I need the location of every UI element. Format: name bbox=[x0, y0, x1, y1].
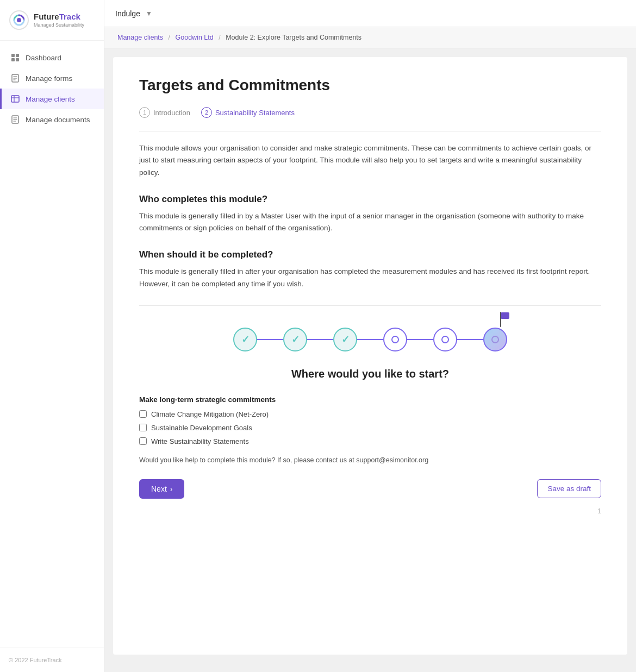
sidebar-nav: Dashboard Manage forms bbox=[0, 41, 104, 648]
checkbox-sdg[interactable] bbox=[139, 424, 147, 431]
checkbox-climate-label: Climate Change Mitigation (Net-Zero) bbox=[151, 410, 269, 418]
progress-node-3: ✓ bbox=[333, 328, 357, 351]
logo-area: FutureTrack Managed Sustainability bbox=[0, 0, 104, 41]
sidebar-item-manage-clients[interactable]: Manage clients bbox=[0, 89, 104, 109]
intro-text: This module allows your organisation to … bbox=[139, 142, 601, 179]
where-start-title: Where would you like to start? bbox=[139, 368, 601, 380]
page-title: Targets and Commitments bbox=[139, 77, 601, 94]
last-node-wrapper bbox=[483, 328, 507, 351]
check-icon-1: ✓ bbox=[241, 334, 250, 346]
track-line-2 bbox=[307, 339, 333, 341]
check-icon-3: ✓ bbox=[341, 334, 350, 346]
help-text: Would you like help to complete this mod… bbox=[139, 456, 601, 464]
section1-text: This module is generally filled in by a … bbox=[139, 210, 601, 235]
logo-title: FutureTrack bbox=[34, 12, 84, 22]
chevron-down-icon: ▼ bbox=[146, 10, 152, 17]
checkbox-item-1: Climate Change Mitigation (Net-Zero) bbox=[139, 410, 601, 418]
svg-rect-4 bbox=[11, 58, 15, 61]
table-icon bbox=[10, 94, 20, 104]
content-area: Targets and Commitments 1 Introduction 2… bbox=[113, 57, 627, 655]
breadcrumb-sep-2: / bbox=[219, 34, 220, 41]
grid-icon bbox=[10, 53, 20, 62]
empty-circle-6 bbox=[491, 336, 499, 343]
step-2[interactable]: 2 Sustainability Statements bbox=[201, 107, 295, 118]
file-icon bbox=[10, 73, 20, 83]
step-1[interactable]: 1 Introduction bbox=[139, 107, 190, 118]
step-1-num: 1 bbox=[139, 107, 150, 118]
breadcrumb-sep-1: / bbox=[169, 34, 170, 41]
sidebar-item-dashboard[interactable]: Dashboard bbox=[0, 47, 104, 68]
next-arrow-icon: › bbox=[170, 485, 173, 493]
svg-point-1 bbox=[17, 18, 21, 22]
page-number: 1 bbox=[139, 507, 601, 515]
sidebar-item-manage-documents-label: Manage documents bbox=[26, 116, 90, 124]
track-line-1 bbox=[257, 339, 283, 341]
section2-text: This module is generally filled in after… bbox=[139, 266, 601, 290]
svg-rect-2 bbox=[11, 54, 15, 57]
logo-icon bbox=[9, 10, 29, 30]
breadcrumb-current: Module 2: Explore Targets and Commitment… bbox=[226, 34, 361, 41]
breadcrumb: Manage clients / Goodwin Ltd / Module 2:… bbox=[104, 27, 636, 48]
checkbox-climate[interactable] bbox=[139, 410, 147, 418]
svg-rect-10 bbox=[11, 96, 19, 102]
checkbox-item-3: Write Sustainability Statements bbox=[139, 437, 601, 445]
steps-row: 1 Introduction 2 Sustainability Statemen… bbox=[139, 107, 601, 118]
section2-heading: When should it be completed? bbox=[139, 249, 601, 260]
next-button[interactable]: Next › bbox=[139, 479, 184, 499]
svg-rect-3 bbox=[16, 54, 19, 57]
step-2-label: Sustainability Statements bbox=[215, 109, 295, 117]
progress-node-4 bbox=[383, 328, 407, 351]
progress-node-1: ✓ bbox=[233, 328, 257, 351]
track-line-3 bbox=[357, 339, 383, 341]
empty-circle-5 bbox=[441, 336, 449, 343]
divider-top bbox=[139, 131, 601, 131]
sidebar-item-manage-documents[interactable]: Manage documents bbox=[0, 109, 104, 130]
main-area: Indulge ▼ Manage clients / Goodwin Ltd /… bbox=[104, 27, 636, 672]
check-icon-2: ✓ bbox=[291, 334, 300, 346]
topbar: Indulge ▼ bbox=[104, 0, 636, 27]
flag-icon bbox=[495, 311, 512, 328]
breadcrumb-manage-clients[interactable]: Manage clients bbox=[117, 34, 163, 41]
step-2-num: 2 bbox=[201, 107, 212, 118]
section1-heading: Who completes this module? bbox=[139, 194, 601, 205]
checkbox-item-2: Sustainable Development Goals bbox=[139, 424, 601, 432]
checkbox-sdg-label: Sustainable Development Goals bbox=[151, 424, 252, 432]
logo-text: FutureTrack Managed Sustainability bbox=[34, 12, 84, 28]
footer-text: © 2022 FutureTrack bbox=[0, 648, 104, 672]
sidebar: FutureTrack Managed Sustainability Dashb… bbox=[0, 0, 104, 672]
next-button-label: Next bbox=[151, 485, 167, 493]
sidebar-item-dashboard-label: Dashboard bbox=[26, 54, 61, 62]
progress-track: ✓ ✓ ✓ bbox=[233, 328, 507, 351]
save-draft-button[interactable]: Save as draft bbox=[537, 479, 601, 498]
topbar-client-name[interactable]: Indulge bbox=[115, 9, 140, 18]
progress-illustration: ✓ ✓ ✓ bbox=[139, 317, 601, 368]
checkbox-sustainability-label: Write Sustainability Statements bbox=[151, 437, 249, 445]
svg-rect-17 bbox=[501, 312, 509, 319]
sidebar-item-manage-forms[interactable]: Manage forms bbox=[0, 68, 104, 89]
progress-node-5 bbox=[433, 328, 457, 351]
empty-circle-4 bbox=[391, 336, 399, 343]
divider-middle bbox=[139, 305, 601, 306]
progress-node-2: ✓ bbox=[283, 328, 307, 351]
sidebar-item-manage-forms-label: Manage forms bbox=[26, 74, 72, 83]
track-line-5 bbox=[457, 339, 483, 341]
breadcrumb-goodwin-ltd[interactable]: Goodwin Ltd bbox=[176, 34, 214, 41]
sidebar-item-manage-clients-label: Manage clients bbox=[26, 95, 75, 103]
commitments-section: Make long-term strategic commitments Cli… bbox=[139, 395, 601, 445]
svg-rect-5 bbox=[16, 58, 19, 61]
track-line-4 bbox=[407, 339, 433, 341]
commitments-label: Make long-term strategic commitments bbox=[139, 395, 601, 404]
progress-node-6 bbox=[483, 328, 507, 351]
logo-subtitle: Managed Sustainability bbox=[34, 22, 84, 28]
button-row: Next › Save as draft bbox=[139, 479, 601, 499]
step-1-label: Introduction bbox=[153, 109, 190, 117]
checkbox-sustainability[interactable] bbox=[139, 437, 147, 445]
doc-icon bbox=[10, 115, 20, 124]
